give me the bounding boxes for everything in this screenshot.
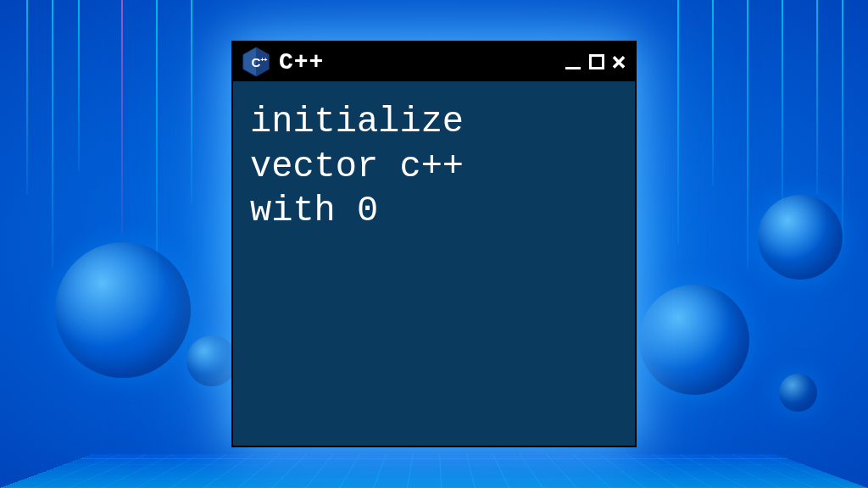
maximize-button[interactable] bbox=[589, 54, 604, 69]
minimize-button[interactable] bbox=[565, 55, 582, 69]
maximize-icon bbox=[589, 54, 604, 69]
minimize-icon bbox=[565, 67, 581, 69]
cpp-hexagon-icon: C + + bbox=[242, 46, 270, 78]
application-window: C + + C++ × initialize vector c++ with 0 bbox=[231, 41, 637, 447]
window-controls: × bbox=[565, 49, 626, 75]
close-button[interactable]: × bbox=[611, 49, 626, 75]
window-title: C++ bbox=[279, 49, 557, 75]
svg-text:+: + bbox=[264, 56, 268, 64]
code-content: initialize vector c++ with 0 bbox=[250, 100, 618, 234]
svg-text:C: C bbox=[252, 55, 261, 69]
close-icon: × bbox=[611, 49, 626, 75]
window-body: initialize vector c++ with 0 bbox=[233, 81, 635, 252]
titlebar[interactable]: C + + C++ × bbox=[233, 42, 635, 81]
